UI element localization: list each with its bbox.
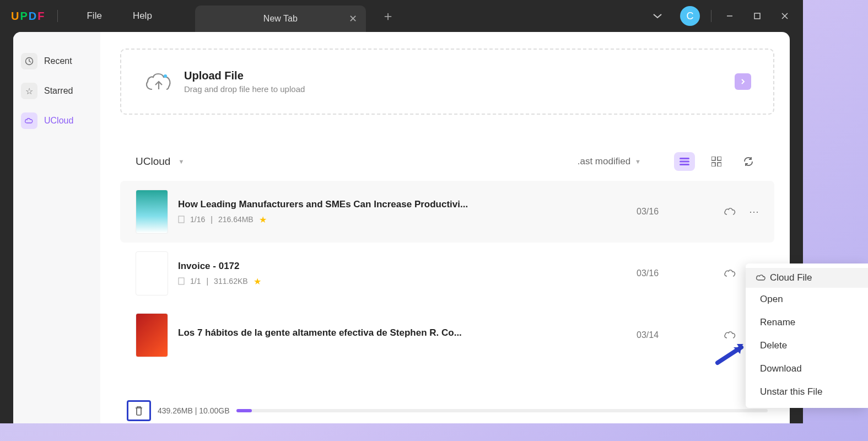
menu-help[interactable]: Help <box>117 10 168 21</box>
svg-rect-10 <box>718 163 721 166</box>
tabs: New Tab ✕ ＋ <box>195 0 395 32</box>
sidebar-item-recent[interactable]: Recent <box>13 49 100 74</box>
svg-rect-5 <box>680 161 689 163</box>
context-item-open[interactable]: Open <box>746 288 868 311</box>
context-item-download[interactable]: Download <box>746 357 868 380</box>
tab-new[interactable]: New Tab ✕ <box>195 6 366 32</box>
sidebar-item-starred[interactable]: ☆ Starred <box>13 78 100 104</box>
file-meta: 1/1 | 311.62KB ★ <box>178 276 627 287</box>
context-menu-header: Cloud File <box>746 268 868 288</box>
file-info: Los 7 hábitos de la gente altamente efec… <box>178 327 627 343</box>
file-info: Invoice - 0172 1/1 | 311.62KB ★ <box>178 261 627 287</box>
upload-left: Upload File Drag and drop file here to u… <box>143 69 305 94</box>
star-icon: ★ <box>259 214 267 225</box>
file-meta: 1/16 | 216.64MB ★ <box>178 214 627 225</box>
svg-rect-6 <box>680 164 689 165</box>
app-logo: U P D F <box>11 10 44 23</box>
close-icon[interactable]: ✕ <box>349 13 357 25</box>
add-tab-button[interactable]: ＋ <box>381 7 395 25</box>
chevron-down-icon[interactable] <box>641 8 673 24</box>
file-pages: 1/1 <box>190 277 201 286</box>
svg-rect-8 <box>718 157 721 160</box>
triangle-down-icon: ▼ <box>178 158 184 165</box>
triangle-down-icon: ▼ <box>635 158 641 165</box>
menu-file[interactable]: File <box>71 10 117 21</box>
storage-bar: 439.26MB | 10.00GB <box>120 398 774 423</box>
folder-dropdown[interactable]: UCloud ▼ <box>136 155 184 168</box>
upload-dropzone[interactable]: Upload File Drag and drop file here to u… <box>120 49 774 115</box>
file-date: 03/16 <box>637 207 714 217</box>
file-size: 216.64MB <box>218 215 254 224</box>
pages-icon <box>178 216 185 223</box>
list-view-button[interactable] <box>674 152 695 171</box>
file-date: 03/14 <box>637 330 714 340</box>
view-controls <box>674 152 759 171</box>
maximize-button[interactable] <box>743 4 771 28</box>
cloud-upload-icon <box>143 71 174 93</box>
sidebar-item-label: UCloud <box>44 116 73 126</box>
svg-rect-7 <box>711 157 715 160</box>
star-icon: ☆ <box>21 83 37 99</box>
upload-expand-button[interactable] <box>735 73 751 90</box>
file-list: How Leading Manufacturers and SMEs Can I… <box>120 181 774 398</box>
grid-view-button[interactable] <box>706 152 727 171</box>
file-row[interactable]: Invoice - 0172 1/1 | 311.62KB ★ 03/16 <box>120 243 774 304</box>
clock-icon <box>21 53 37 69</box>
file-size: 311.62KB <box>214 277 248 286</box>
tab-title: New Tab <box>263 14 298 24</box>
file-info: How Leading Manufacturers and SMEs Can I… <box>178 199 627 225</box>
svg-rect-12 <box>179 278 184 284</box>
avatar[interactable]: C <box>680 6 700 26</box>
file-row[interactable]: Los 7 hábitos de la gente altamente efec… <box>120 304 774 366</box>
file-row[interactable]: How Leading Manufacturers and SMEs Can I… <box>120 181 774 243</box>
file-thumbnail <box>136 190 168 234</box>
sidebar: Recent ☆ Starred UCloud <box>13 32 100 423</box>
minimize-button[interactable] <box>716 4 743 28</box>
close-button[interactable] <box>771 4 799 28</box>
file-thumbnail <box>136 313 168 357</box>
cloud-download-icon[interactable] <box>724 269 736 278</box>
app-window: U P D F File Help New Tab ✕ ＋ C <box>0 0 803 423</box>
file-actions: ⋯ <box>724 206 759 218</box>
chevron-right-icon <box>741 78 745 85</box>
trash-icon <box>134 405 144 416</box>
cloud-download-icon[interactable] <box>724 207 736 216</box>
svg-point-3 <box>164 74 167 78</box>
file-thumbnail <box>136 251 168 295</box>
divider <box>57 10 58 22</box>
sort-dropdown[interactable]: .ast modified ▼ <box>578 156 641 167</box>
logo-letter-f: F <box>37 10 44 23</box>
sidebar-item-label: Recent <box>44 56 72 66</box>
svg-rect-1 <box>754 13 760 19</box>
context-item-rename[interactable]: Rename <box>746 311 868 334</box>
file-title: How Leading Manufacturers and SMEs Can I… <box>178 199 627 210</box>
context-menu: Cloud File Open Rename Delete Download U… <box>746 263 868 408</box>
divider <box>711 10 711 22</box>
main-content: Upload File Drag and drop file here to u… <box>100 32 790 423</box>
cloud-download-icon[interactable] <box>724 331 736 340</box>
more-icon[interactable]: ⋯ <box>749 206 759 218</box>
folder-label: UCloud <box>136 155 170 168</box>
context-header-label: Cloud File <box>770 272 812 283</box>
context-item-delete[interactable]: Delete <box>746 334 868 357</box>
titlebar: U P D F File Help New Tab ✕ ＋ C <box>0 0 803 32</box>
svg-rect-11 <box>179 216 184 223</box>
annotation-arrow <box>715 341 747 367</box>
file-pages: 1/16 <box>190 215 205 224</box>
upload-subtitle: Drag and drop file here to upload <box>184 84 305 94</box>
file-list-panel: UCloud ▼ .ast modified ▼ <box>120 142 774 423</box>
sidebar-item-ucloud[interactable]: UCloud <box>13 108 100 133</box>
star-icon: ★ <box>254 276 261 287</box>
svg-rect-9 <box>711 163 715 166</box>
file-date: 03/16 <box>637 268 714 278</box>
trash-button[interactable] <box>127 400 151 421</box>
window-controls: C <box>641 4 803 28</box>
refresh-button[interactable] <box>738 152 759 171</box>
file-title: Invoice - 0172 <box>178 261 627 272</box>
body: Recent ☆ Starred UCloud Upload File Drag… <box>13 32 790 423</box>
pages-icon <box>178 277 185 285</box>
sidebar-item-label: Starred <box>44 86 73 96</box>
context-item-unstar[interactable]: Unstar this File <box>746 380 868 404</box>
svg-rect-4 <box>680 158 689 159</box>
logo-letter-u: U <box>11 10 19 23</box>
